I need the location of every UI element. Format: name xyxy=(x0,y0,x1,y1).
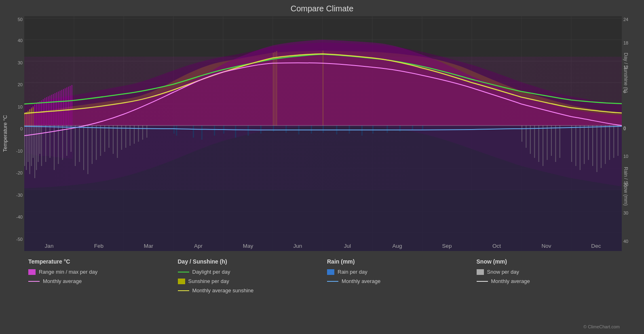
svg-rect-103 xyxy=(58,126,59,164)
legend-title-sunshine: Day / Sunshine (h) xyxy=(178,258,319,265)
svg-rect-110 xyxy=(87,126,88,174)
svg-rect-114 xyxy=(104,126,105,152)
legend-col-rain: Rain (mm) Rain per day Monthly average xyxy=(323,255,473,322)
svg-rect-140 xyxy=(592,126,593,166)
svg-rect-106 xyxy=(71,126,72,152)
main-chart: Jan Feb Mar Apr May Jun Jul Aug Sep Oct … xyxy=(24,16,622,251)
svg-rect-129 xyxy=(538,126,539,162)
left-axis-ticks: 50 40 30 20 10 0 -10 -20 -30 -40 -50 xyxy=(9,16,24,251)
svg-rect-138 xyxy=(584,126,585,164)
svg-text:May: May xyxy=(243,243,253,249)
svg-rect-137 xyxy=(580,126,581,170)
svg-rect-90 xyxy=(26,126,27,170)
svg-rect-130 xyxy=(543,126,543,166)
svg-text:Dec: Dec xyxy=(591,243,601,249)
svg-text:Feb: Feb xyxy=(94,243,103,249)
svg-rect-141 xyxy=(596,126,597,172)
legend-item-temp-avg: Monthly average xyxy=(28,278,170,284)
legend-item-daylight: Daylight per day xyxy=(178,269,319,275)
svg-rect-97 xyxy=(38,126,38,162)
svg-rect-95 xyxy=(34,126,35,178)
copyright: © ClimeChart.com xyxy=(583,324,620,329)
page-title: Compare Climate xyxy=(0,0,644,13)
svg-rect-123 xyxy=(142,126,143,140)
svg-rect-136 xyxy=(575,126,576,166)
svg-text:Apr: Apr xyxy=(194,243,203,249)
svg-rect-145 xyxy=(613,126,614,158)
svg-rect-102 xyxy=(54,126,55,170)
left-axis-label: Temperature °C xyxy=(1,16,9,251)
svg-rect-93 xyxy=(31,126,32,166)
svg-rect-105 xyxy=(66,126,67,156)
svg-rect-113 xyxy=(100,126,101,156)
legend-line-rain-avg xyxy=(327,281,338,282)
svg-rect-108 xyxy=(79,126,80,162)
svg-rect-124 xyxy=(146,126,147,138)
legend-col-snow: Snow (mm) Snow per day Monthly average xyxy=(473,255,622,322)
svg-rect-115 xyxy=(108,126,109,148)
legend-item-sunshine-per-day: Sunshine per day xyxy=(178,278,319,284)
svg-rect-111 xyxy=(92,126,93,164)
legend-line-sunshine-avg xyxy=(178,290,189,291)
legend-swatch-rain xyxy=(327,269,334,275)
svg-rect-122 xyxy=(138,126,139,142)
svg-text:Jul: Jul xyxy=(344,243,351,249)
legend-item-snow-avg: Monthly average xyxy=(477,278,618,284)
svg-text:Oct: Oct xyxy=(492,243,501,249)
legend-swatch-snow xyxy=(477,269,484,275)
svg-rect-127 xyxy=(530,126,531,154)
svg-text:Nov: Nov xyxy=(541,243,551,249)
legend-line-snow-avg xyxy=(477,281,488,282)
legend-swatch-sunshine xyxy=(178,279,185,284)
svg-rect-112 xyxy=(96,126,97,160)
svg-rect-116 xyxy=(113,126,114,154)
svg-rect-134 xyxy=(560,126,560,158)
svg-rect-142 xyxy=(601,126,602,168)
legend-item-rain-per-day: Rain per day xyxy=(327,269,469,275)
page-container: Compare Climate Pierre Pierre ClimeChart… xyxy=(0,0,644,334)
svg-rect-101 xyxy=(50,126,51,158)
legend-col-sunshine: Day / Sunshine (h) Daylight per day Suns… xyxy=(174,255,323,322)
legend-item-rain-avg: Monthly average xyxy=(327,278,469,284)
svg-rect-118 xyxy=(121,126,122,150)
svg-rect-96 xyxy=(36,126,37,170)
legend-line-daylight xyxy=(178,272,189,272)
svg-rect-94 xyxy=(33,126,34,158)
svg-rect-146 xyxy=(618,126,619,156)
legend-item-sunshine-avg: Monthly average sunshine xyxy=(178,287,319,294)
svg-rect-98 xyxy=(40,126,40,154)
svg-rect-104 xyxy=(62,126,63,160)
svg-text:Jan: Jan xyxy=(45,243,54,249)
svg-rect-144 xyxy=(609,126,610,160)
svg-rect-143 xyxy=(605,126,606,164)
svg-rect-128 xyxy=(534,126,535,158)
svg-rect-100 xyxy=(45,126,46,162)
legend-line-temp-avg xyxy=(28,281,40,282)
legend-title-snow: Snow (mm) xyxy=(477,258,618,265)
svg-text:Mar: Mar xyxy=(144,243,154,249)
svg-rect-117 xyxy=(117,126,118,158)
svg-rect-125 xyxy=(522,126,522,142)
svg-rect-89 xyxy=(24,126,25,166)
svg-rect-91 xyxy=(27,126,28,162)
svg-rect-135 xyxy=(571,126,572,162)
legend: Temperature °C Range min / max per day M… xyxy=(24,255,622,322)
legend-title-rain: Rain (mm) xyxy=(327,258,469,265)
legend-title-temperature: Temperature °C xyxy=(28,258,170,265)
legend-swatch-temp-range xyxy=(28,269,36,275)
svg-rect-119 xyxy=(125,126,126,148)
svg-rect-133 xyxy=(555,126,556,162)
legend-item-temp-range: Range min / max per day xyxy=(28,269,170,275)
legend-item-snow-per-day: Snow per day xyxy=(477,269,618,275)
svg-text:Jun: Jun xyxy=(293,243,302,249)
svg-rect-92 xyxy=(30,126,30,174)
legend-col-temperature: Temperature °C Range min / max per day M… xyxy=(24,255,174,322)
svg-rect-109 xyxy=(83,126,84,170)
right-axis-label-bottom: Rain / Snow (mm) xyxy=(622,142,630,231)
svg-rect-139 xyxy=(588,126,589,160)
svg-rect-132 xyxy=(551,126,552,156)
svg-text:Aug: Aug xyxy=(392,243,402,249)
svg-text:Sep: Sep xyxy=(442,243,452,249)
svg-rect-107 xyxy=(75,126,76,166)
right-axis-label-top: Day / Sunshine (h) xyxy=(622,20,630,126)
